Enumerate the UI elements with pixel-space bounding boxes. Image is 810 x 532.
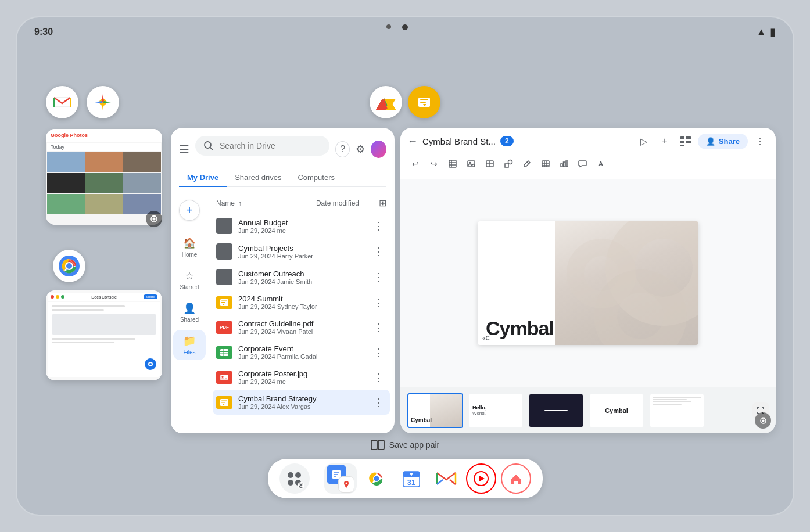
file-row-customer-outreach[interactable]: Customer Outreach Jun 29, 2024 Jamie Smi… — [213, 264, 390, 290]
add-slide-button[interactable]: + — [656, 132, 673, 150]
slide-thumb-1[interactable]: Cymbal — [407, 393, 463, 428]
slides-back-button[interactable]: ← — [407, 135, 418, 148]
screenshot-capture-icon[interactable] — [146, 211, 162, 227]
user-avatar[interactable] — [371, 141, 386, 158]
sidebar-home-label: Home — [182, 251, 198, 258]
file-more-button[interactable]: ⋮ — [371, 269, 386, 285]
camera-dot — [402, 24, 408, 30]
slide-footer: «C — [482, 335, 490, 342]
svg-rect-70 — [371, 440, 377, 450]
sidebar-item-shared[interactable]: 👤 Shared — [173, 297, 206, 328]
table-tool[interactable] — [482, 156, 498, 172]
file-meta: Jun 29, 2024 me — [238, 378, 365, 385]
svg-rect-47 — [680, 145, 684, 146]
file-row-cymbal-brand-strategy[interactable]: Cymbal Brand Strategy Jun 29, 2024 Alex … — [213, 390, 390, 415]
file-more-button[interactable]: ⋮ — [371, 345, 386, 360]
search-input[interactable] — [220, 141, 321, 150]
sort-button[interactable]: ↑ — [238, 199, 242, 207]
drive-menu-button[interactable]: ☰ — [179, 142, 189, 156]
svg-rect-37 — [221, 400, 227, 401]
slide-thumb-4[interactable]: Cymbal — [589, 393, 644, 428]
sidebar-item-home[interactable]: 🏠 Home — [173, 232, 206, 263]
tab-shared-drives[interactable]: Shared drives — [227, 168, 289, 186]
tab-my-drive[interactable]: My Drive — [179, 168, 227, 186]
sheets-icon — [216, 346, 232, 359]
svg-rect-28 — [221, 302, 225, 303]
pdf-icon: PDF — [216, 321, 232, 334]
share-button[interactable]: 👤 Share — [698, 134, 748, 149]
file-meta: Jun 29, 2024 Parmila Gadal — [238, 353, 365, 360]
app-icon-slides[interactable] — [408, 86, 440, 118]
file-more-button[interactable]: ⋮ — [371, 218, 386, 233]
recent-app-docs[interactable]: Docs Console Share — [46, 290, 162, 380]
taskbar-calendar[interactable]: 31 ▼ — [396, 463, 426, 494]
file-more-button[interactable]: ⋮ — [371, 244, 386, 259]
svg-rect-65 — [561, 164, 562, 167]
app-icon-chrome[interactable] — [53, 250, 85, 282]
save-app-pair-button[interactable]: Save app pair — [371, 439, 439, 451]
slide-thumb-2[interactable]: Hello, World. — [468, 393, 524, 428]
grid-view-button[interactable] — [677, 132, 694, 150]
taskbar-docs-maps[interactable] — [324, 463, 357, 494]
view-toggle[interactable]: ⊞ — [379, 197, 386, 209]
svg-rect-46 — [686, 141, 691, 143]
drive-new-button[interactable]: + — [179, 200, 200, 221]
taskbar-youtube[interactable] — [466, 463, 496, 494]
tablet-frame: 9:30 ▲ ▮ — [16, 16, 794, 516]
redo-button[interactable]: ↪ — [426, 156, 442, 172]
taskbar-chrome[interactable] — [361, 463, 392, 494]
svg-rect-71 — [378, 440, 384, 450]
taskbar-home-app[interactable] — [501, 463, 531, 494]
app-icon-photos[interactable] — [87, 86, 119, 118]
svg-point-35 — [222, 376, 224, 378]
file-more-button[interactable]: ⋮ — [371, 295, 386, 310]
file-row-contract-guideline[interactable]: PDF Contract Guideline.pdf Jun 29, 2024 … — [213, 315, 390, 340]
svg-rect-27 — [221, 300, 227, 301]
more-options-button[interactable]: ⋮ — [751, 132, 769, 150]
text-format-tool[interactable]: A₁ — [593, 156, 610, 172]
svg-point-58 — [508, 160, 512, 164]
app-icon-gmail[interactable] — [46, 86, 78, 118]
file-more-button[interactable]: ⋮ — [371, 370, 386, 385]
svg-point-72 — [299, 484, 302, 487]
sidebar-files-label: Files — [183, 349, 195, 355]
app-launcher-button[interactable] — [279, 463, 310, 494]
file-row-2024-summit[interactable]: 2024 Summit Jun 29, 2024 Sydney Taylor ⋮ — [213, 290, 390, 315]
select-tool[interactable] — [445, 156, 461, 172]
app-icon-drive[interactable] — [370, 86, 402, 118]
shared-icon: 👤 — [183, 302, 196, 315]
share-icon: 👤 — [706, 137, 715, 146]
recent-app-photos[interactable]: Google Photos Today — [46, 129, 162, 225]
tab-computers[interactable]: Computers — [289, 168, 343, 186]
file-more-button[interactable]: ⋮ — [371, 395, 386, 410]
slide-thumb-5[interactable] — [649, 393, 705, 428]
chart-tool[interactable] — [556, 156, 572, 172]
comment-tool[interactable] — [575, 156, 591, 172]
file-row-annual-budget[interactable]: Annual Budget Jun 29, 2024 me ⋮ — [213, 213, 390, 239]
taskbar-gmail[interactable] — [431, 463, 461, 494]
sidebar-item-files[interactable]: 📁 Files — [173, 330, 206, 360]
help-button[interactable]: ? — [335, 141, 350, 157]
undo-button[interactable]: ↩ — [407, 156, 424, 172]
play-button[interactable]: ▷ — [635, 132, 653, 150]
settings-button[interactable]: ⚙ — [356, 143, 365, 156]
drive-search-bar[interactable] — [195, 136, 329, 156]
file-meta: Jun 29, 2024 Harry Parker — [238, 253, 365, 260]
file-more-button[interactable]: ⋮ — [371, 320, 386, 335]
table-insert-tool[interactable] — [537, 156, 554, 172]
save-pair-icon — [371, 439, 385, 451]
svg-rect-30 — [220, 349, 228, 356]
slides-thumbnails: Cymbal Hello, World. — [400, 387, 776, 433]
file-row-corporate-event[interactable]: Corporate Event Jun 29, 2024 Parmila Gad… — [213, 340, 390, 365]
shapes-tool[interactable] — [500, 156, 517, 172]
slide-thumb-3[interactable] — [528, 393, 584, 428]
pen-tool[interactable] — [519, 156, 535, 172]
file-row-corporate-poster[interactable]: Corporate Poster.jpg Jun 29, 2024 me ⋮ — [213, 365, 390, 390]
svg-point-20 — [66, 263, 72, 269]
image-tool[interactable] — [463, 156, 479, 172]
camera-sensor — [386, 24, 391, 29]
sidebar-item-starred[interactable]: ☆ Starred — [173, 265, 206, 295]
file-row-cymbal-projects[interactable]: Cymbal Projects Jun 29, 2024 Harry Parke… — [213, 239, 390, 264]
share-label: Share — [719, 137, 740, 146]
svg-line-59 — [527, 162, 529, 164]
